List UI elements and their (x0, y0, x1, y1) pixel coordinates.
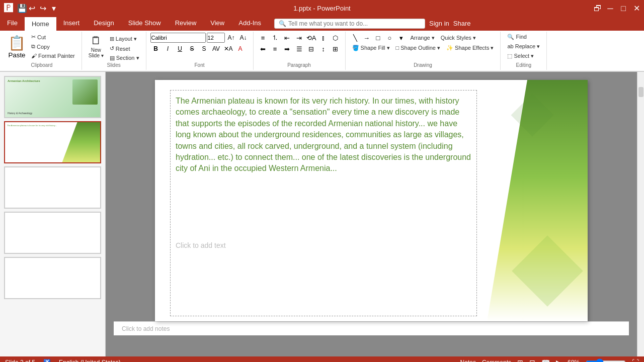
click-to-add-text[interactable]: Click to add text (176, 241, 226, 249)
cut-button[interactable]: ✂Cut (29, 33, 77, 41)
accessibility-icon: ♿ (43, 359, 51, 362)
slide-canvas[interactable]: The Armenian plateau is known for its ve… (155, 80, 588, 321)
save-button[interactable]: 💾 (17, 5, 24, 12)
slide-main-text: The Armenian plateau is known for its ve… (176, 96, 471, 174)
layout-button[interactable]: ⊞Layout ▾ (107, 35, 142, 43)
ribbon-content: 📋 Paste ✂Cut ⧉Copy 🖌Format Painter Clipb… (0, 31, 644, 71)
col-button[interactable]: ⊟ (306, 44, 317, 54)
slide-thumb-2[interactable]: The Armenian plateau is known for its ve… (4, 121, 101, 163)
shape-rect-button[interactable]: □ (373, 33, 384, 43)
powerpoint-logo: 🅿 (4, 3, 13, 14)
right-scrollbar[interactable] (637, 72, 644, 356)
align-left-button[interactable]: ⬅ (258, 44, 269, 54)
bold-button[interactable]: B (150, 44, 162, 54)
tab-view[interactable]: View (203, 16, 231, 31)
font-color-button[interactable]: A (235, 44, 246, 54)
align-center-button[interactable]: ≡ (270, 44, 281, 54)
slide-text-box[interactable]: The Armenian plateau is known for its ve… (170, 90, 477, 316)
text-direction-button[interactable]: ⟲A (306, 33, 317, 43)
slide-sorter-button[interactable]: ⊟ (529, 358, 535, 362)
redo-button[interactable]: ↪ (39, 5, 46, 12)
undo-button[interactable]: ↩ (28, 5, 35, 12)
align-text-button[interactable]: ⫿ (318, 33, 329, 43)
minimize-button[interactable]: ─ (607, 5, 614, 12)
paste-button[interactable]: 📋 Paste (6, 33, 28, 61)
font-size-increase-button[interactable]: A↑ (226, 33, 237, 43)
search-icon: 🔍 (279, 20, 286, 27)
slide-thumb-container-1: 1 Armenian Architecture History & Archae… (4, 76, 101, 118)
shadow-button[interactable]: S (199, 44, 210, 54)
font-size-input[interactable] (207, 33, 225, 43)
font-size-decrease-button[interactable]: A↓ (238, 33, 249, 43)
tab-addins[interactable]: Add-Ins (231, 16, 268, 31)
slide-thumb-3[interactable] (4, 166, 101, 209)
line-spacing-button[interactable]: ↕ (318, 44, 329, 54)
tab-file[interactable]: File (0, 16, 25, 31)
justify-button[interactable]: ☰ (294, 44, 305, 54)
tab-insert[interactable]: Insert (56, 16, 87, 31)
tab-slideshow[interactable]: Slide Show (121, 16, 168, 31)
shape-more-button[interactable]: ▾ (396, 33, 407, 43)
normal-view-button[interactable]: ⊞ (517, 358, 523, 362)
tab-home[interactable]: Home (25, 16, 56, 31)
restore-button[interactable]: 🗗 (594, 5, 601, 12)
group-paragraph: ≡ ⒈ ⇤ ⇥ ⟲A ⫿ ⬡ ⬅ ≡ ➡ ☰ ⊟ ↕ ⊞ P (254, 32, 346, 70)
numbering-button[interactable]: ⒈ (270, 33, 281, 43)
share-button[interactable]: Share (453, 20, 471, 27)
fit-slide-button[interactable]: ⛶ (632, 358, 639, 362)
customize-qat-button[interactable]: ▾ (50, 5, 57, 12)
find-button[interactable]: 🔍 Find (505, 33, 529, 41)
ribbon: File Home Insert Design Slide Show Revie… (0, 16, 644, 72)
comments-button[interactable]: Comments (482, 359, 511, 362)
copy-button[interactable]: ⧉Copy (29, 42, 77, 51)
indent-inc-button[interactable]: ⇥ (294, 33, 305, 43)
shape-arrow-button[interactable]: → (361, 33, 372, 43)
smartart-button[interactable]: ⬡ (330, 33, 341, 43)
select-button[interactable]: ⬚ Select ▾ (505, 52, 536, 60)
underline-button[interactable]: U (175, 44, 186, 54)
notes-area[interactable]: Click to add notes (114, 321, 629, 335)
sign-in-link[interactable]: Sign in (429, 20, 449, 27)
notes-button[interactable]: Notes (460, 359, 476, 362)
para-settings-button[interactable]: ⊞ (330, 44, 341, 54)
scroll-thumb[interactable] (638, 87, 643, 97)
section-button[interactable]: ▤Section ▾ (107, 54, 142, 62)
strikethrough-button[interactable]: S (187, 44, 198, 54)
slideshow-button[interactable]: ▶ (556, 358, 561, 362)
group-slides: 🗒 NewSlide ▾ ⊞Layout ▾ ↺Reset ▤Section ▾… (82, 32, 146, 70)
clear-format-button[interactable]: ✕A (223, 44, 234, 54)
paste-label: Paste (8, 51, 25, 59)
maximize-button[interactable]: □ (620, 5, 627, 12)
group-font: A↑ A↓ B I U S S AV ✕A A Font (146, 32, 254, 70)
quick-styles-button[interactable]: Quick Styles ▾ (438, 34, 478, 42)
reading-view-button[interactable]: 📖 (541, 358, 550, 362)
bullets-button[interactable]: ≡ (258, 33, 269, 43)
align-right-button[interactable]: ➡ (282, 44, 293, 54)
copy-icon: ⧉ (31, 43, 35, 50)
slide-thumb-5[interactable] (4, 257, 101, 299)
slide-thumb-container-5: 5 (4, 257, 101, 299)
slide-thumb-1[interactable]: Armenian Architecture History & Archaeol… (4, 76, 101, 118)
new-slide-button[interactable]: 🗒 NewSlide ▾ (86, 33, 106, 60)
slide-thumb-4[interactable] (4, 212, 101, 254)
new-slide-icon: 🗒 (91, 34, 102, 47)
shape-outline-button[interactable]: □ Shape Outline ▾ (393, 44, 443, 52)
shape-line-button[interactable]: ╲ (350, 33, 361, 43)
char-spacing-button[interactable]: AV (211, 44, 222, 54)
format-painter-button[interactable]: 🖌Format Painter (29, 52, 77, 60)
zoom-slider[interactable] (586, 358, 626, 362)
font-family-input[interactable] (150, 33, 206, 43)
ribbon-search-input[interactable] (288, 20, 399, 27)
replace-button[interactable]: ab Replace ▾ (505, 42, 542, 51)
shape-effects-button[interactable]: ✨ Shape Effects ▾ (444, 44, 496, 52)
arrange-button[interactable]: Arrange ▾ (408, 34, 437, 42)
format-painter-icon: 🖌 (31, 53, 37, 59)
tab-design[interactable]: Design (87, 16, 121, 31)
reset-button[interactable]: ↺Reset (107, 44, 142, 53)
close-button[interactable]: ✕ (633, 5, 640, 12)
tab-review[interactable]: Review (168, 16, 204, 31)
italic-button[interactable]: I (163, 44, 174, 54)
shape-fill-button[interactable]: 🪣 Shape Fill ▾ (350, 44, 392, 52)
indent-dec-button[interactable]: ⇤ (282, 33, 293, 43)
shape-oval-button[interactable]: ○ (384, 33, 395, 43)
